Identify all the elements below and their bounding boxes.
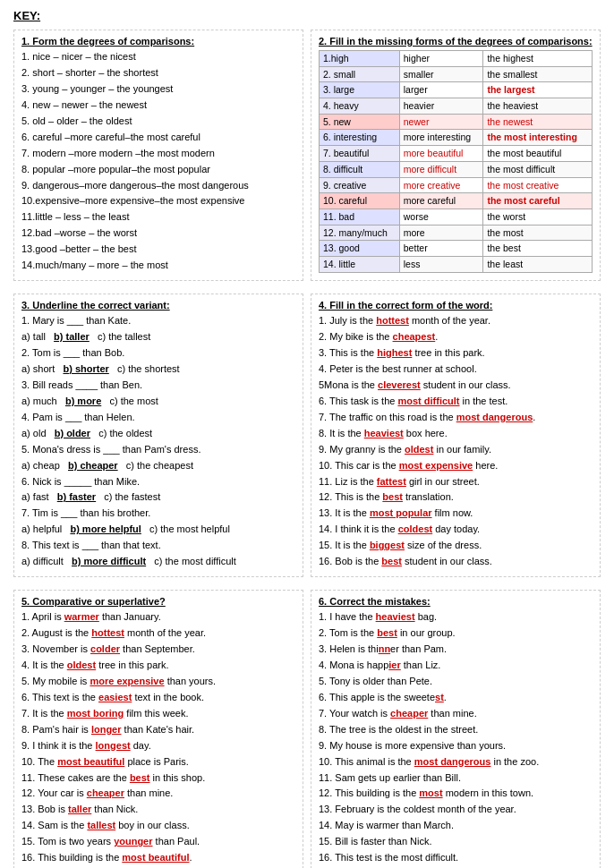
table-row: 1.high higher the highest <box>320 51 593 67</box>
table-row: 14. little less the least <box>320 256 593 272</box>
table-row: 4. heavy heavier the heaviest <box>320 98 593 115</box>
section-1: 1. Form the degrees of comparisons: 1. n… <box>13 30 303 281</box>
section-5-title: 5. Comparative or superlative? <box>21 596 295 607</box>
table-row: 9. creative more creative the most creat… <box>320 177 593 193</box>
key-title: KEY: <box>13 9 601 22</box>
table-row: 13. good better the best <box>320 241 593 257</box>
table-row: 7. beautiful more beautiful the most bea… <box>320 146 593 162</box>
section-4: 4. Fill in the correct form of the word:… <box>311 294 601 577</box>
section-2-title: 2. Fill in the missing forms of the degr… <box>319 36 593 47</box>
table-row: 2. small smaller the smallest <box>320 66 593 82</box>
table-row: 5. new newer the newest <box>320 114 593 130</box>
section-2: 2. Fill in the missing forms of the degr… <box>311 30 601 281</box>
section-6: 6. Correct the mistakes: 1. I have the h… <box>311 590 601 868</box>
section-4-title: 4. Fill in the correct form of the word: <box>319 300 593 311</box>
table-row: 6. interesting more interesting the most… <box>320 130 593 146</box>
section-6-title: 6. Correct the mistakes: <box>319 596 593 607</box>
section-5: 5. Comparative or superlative? 1. April … <box>13 590 303 868</box>
comparisons-table: 1.high higher the highest 2. small small… <box>319 50 593 273</box>
section-1-title: 1. Form the degrees of comparisons: <box>21 36 295 47</box>
table-row: 11. bad worse the worst <box>320 208 593 225</box>
section-3-title: 3. Underline the correct variant: <box>21 300 295 311</box>
table-row: 10. careful more careful the most carefu… <box>320 193 593 209</box>
table-row: 8. difficult more difficult the most dif… <box>320 161 593 177</box>
section-3: 3. Underline the correct variant: 1. Mar… <box>13 294 303 577</box>
table-row: 12. many/much more the most <box>320 225 593 241</box>
section-1-list: 1. nice – nicer – the nicest 2. short – … <box>21 50 295 273</box>
table-row: 3. large larger the largest <box>320 82 593 98</box>
